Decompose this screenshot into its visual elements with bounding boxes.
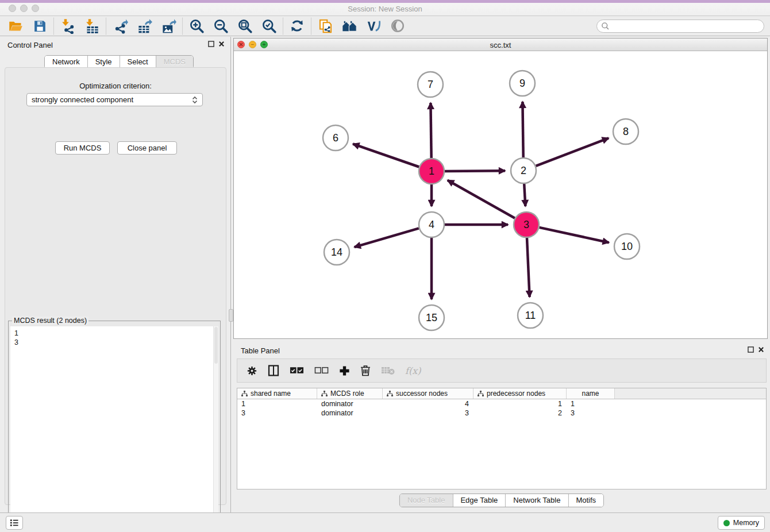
- node-label-3: 3: [523, 219, 529, 230]
- table-panel: Table Panel: [233, 342, 770, 509]
- table-cell: 3: [237, 408, 317, 418]
- delete-table-button[interactable]: [381, 366, 395, 375]
- close-panel-icon[interactable]: [758, 346, 764, 353]
- optimization-criterion-label: Optimization criterion:: [5, 82, 226, 90]
- node-label-11: 11: [525, 310, 536, 321]
- column-header-mcds-role[interactable]: MCDS role: [317, 388, 383, 399]
- table-cell: dominator: [317, 408, 383, 418]
- toolbar-separator: [311, 18, 311, 34]
- import-table-button[interactable]: [80, 17, 104, 36]
- column-header-shared-name[interactable]: shared name: [237, 388, 317, 399]
- float-panel-icon[interactable]: [208, 41, 214, 47]
- open-session-button[interactable]: [3, 17, 28, 36]
- show-columns-button[interactable]: [268, 365, 279, 376]
- toolbar-separator: [53, 18, 54, 34]
- tab-motifs[interactable]: Motifs: [568, 494, 603, 507]
- table-cell: 1: [567, 399, 615, 408]
- floppy-save-icon: [33, 19, 47, 33]
- float-panel-icon[interactable]: [748, 346, 754, 353]
- tab-select[interactable]: Select: [120, 56, 156, 68]
- trash-icon: [360, 365, 371, 376]
- mcds-result-text: 1 3: [10, 326, 218, 349]
- tab-network-table[interactable]: Network Table: [505, 494, 568, 507]
- zoom-in-button[interactable]: [184, 17, 209, 36]
- select-all-button[interactable]: [290, 367, 304, 375]
- apply-layout-button[interactable]: [285, 17, 309, 36]
- network-overview-button[interactable]: [337, 17, 361, 36]
- table-settings-button[interactable]: [247, 365, 257, 376]
- result-scrollbar[interactable]: [213, 326, 218, 532]
- add-column-button[interactable]: [339, 365, 350, 376]
- run-mcds-button[interactable]: Run MCDS: [55, 141, 110, 155]
- zoom-selected-button[interactable]: [257, 17, 281, 36]
- export-network-button[interactable]: [108, 17, 132, 36]
- table-cell: 3: [383, 408, 473, 418]
- edge-1-6[interactable]: [353, 144, 419, 167]
- function-builder-button[interactable]: f(x): [405, 365, 421, 376]
- refresh-icon: [290, 18, 305, 33]
- close-panel-button[interactable]: Close panel: [117, 141, 177, 155]
- memory-button[interactable]: Memory: [718, 516, 765, 530]
- mcds-result-box: MCDS result (2 nodes) 1 3: [8, 321, 221, 532]
- edge-1-7[interactable]: [430, 103, 431, 158]
- node-table: shared nameMCDS rolesuccessor nodesprede…: [237, 388, 767, 489]
- table-header: shared nameMCDS rolesuccessor nodesprede…: [237, 388, 766, 399]
- zoom-out-button[interactable]: [209, 17, 233, 36]
- edge-3-10[interactable]: [540, 228, 609, 242]
- tab-style[interactable]: Style: [87, 56, 120, 68]
- close-panel-icon[interactable]: [218, 41, 225, 47]
- export-table-button[interactable]: [132, 17, 156, 36]
- column-header-predecessor-nodes[interactable]: predecessor nodes: [473, 388, 567, 399]
- network-window-titlebar: ✕ − + scc.txt: [234, 38, 767, 51]
- window-titlebar: Session: New Session: [0, 0, 770, 16]
- column-label: shared name: [251, 390, 291, 398]
- column-header-successor-nodes[interactable]: successor nodes: [383, 388, 473, 399]
- column-header-name[interactable]: name: [567, 388, 615, 399]
- style-preview-button[interactable]: [361, 17, 386, 36]
- column-label: successor nodes: [396, 390, 448, 398]
- copy-share-icon: [318, 18, 333, 34]
- search-input[interactable]: [610, 21, 764, 31]
- edge-1-2[interactable]: [445, 171, 505, 171]
- edge-4-14[interactable]: [355, 228, 419, 247]
- graphics-details-button[interactable]: [386, 17, 410, 36]
- control-panel: Control Panel NetworkStyleSelectMCDS Opt…: [0, 37, 231, 512]
- task-history-button[interactable]: [6, 516, 23, 530]
- toolbar-separator: [182, 18, 183, 34]
- save-session-button[interactable]: [28, 17, 52, 36]
- search-box[interactable]: [596, 20, 764, 33]
- panel-splitter-handle[interactable]: [229, 309, 233, 322]
- edge-3-1[interactable]: [448, 180, 515, 218]
- result-scrollbar-thumb[interactable]: [214, 327, 218, 364]
- table-cell: 1: [237, 399, 317, 408]
- tab-mcds[interactable]: MCDS: [156, 56, 193, 68]
- tab-node-table[interactable]: Node Table: [400, 494, 453, 507]
- clone-network-button[interactable]: [313, 17, 337, 36]
- tab-edge-table[interactable]: Edge Table: [452, 494, 505, 507]
- import-network-button[interactable]: [56, 17, 80, 36]
- delete-column-button[interactable]: [360, 365, 371, 376]
- export-image-button[interactable]: [156, 17, 180, 36]
- checked-boxes-icon: [290, 367, 304, 375]
- edge-2-3[interactable]: [524, 184, 525, 206]
- deselect-all-button[interactable]: [314, 367, 329, 375]
- mcds-result-title: MCDS result (2 nodes): [12, 317, 88, 325]
- table-delete-icon: [381, 366, 395, 375]
- table-row[interactable]: 1dominator411: [237, 399, 766, 408]
- optimization-criterion-dropdown[interactable]: strongly connected component: [26, 93, 203, 106]
- node-label-7: 7: [428, 79, 433, 90]
- table-panel-titlebar: Table Panel: [233, 342, 770, 358]
- table-row[interactable]: 3dominator323: [237, 408, 766, 418]
- edge-2-8[interactable]: [536, 138, 609, 165]
- unchecked-boxes-icon: [314, 367, 329, 375]
- magnifier-plus-icon: [189, 18, 205, 34]
- tab-network[interactable]: Network: [45, 56, 87, 68]
- memory-status-dot: [723, 520, 730, 526]
- node-label-8: 8: [623, 126, 629, 137]
- mcds-result-area[interactable]: 1 3: [10, 326, 218, 532]
- edge-2-9[interactable]: [522, 102, 523, 157]
- network-canvas-svg[interactable]: 7968124314101511: [234, 51, 767, 339]
- houses-icon: [341, 18, 357, 34]
- zoom-fit-button[interactable]: [233, 17, 257, 36]
- edge-3-11[interactable]: [527, 238, 530, 297]
